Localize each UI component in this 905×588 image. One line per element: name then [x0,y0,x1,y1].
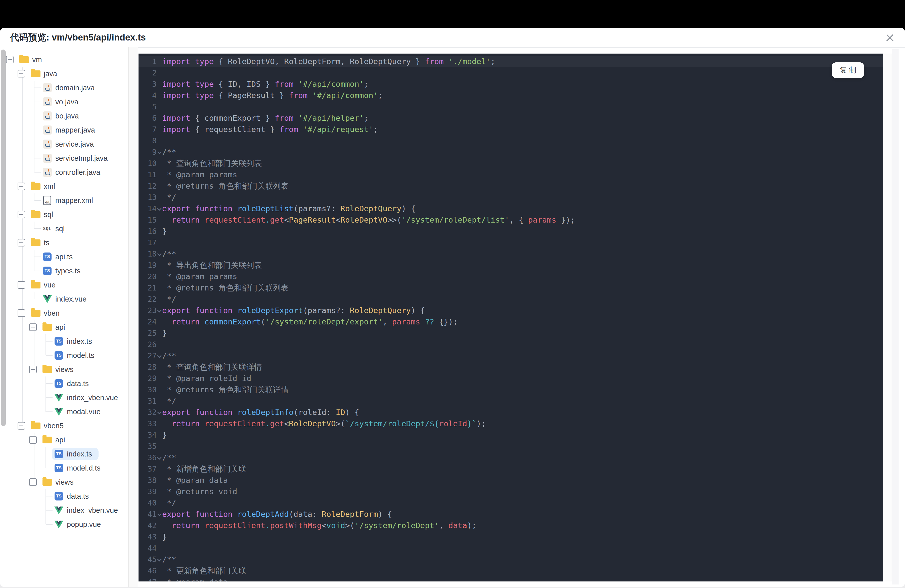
fold-gutter [157,577,162,582]
tree-item-serviceImpl.java[interactable]: serviceImpl.java [0,151,128,165]
collapse-icon[interactable] [17,422,25,429]
tree-item-label: vben [44,309,60,317]
tree-item-model.d.ts[interactable]: TSmodel.d.ts [0,461,128,475]
fold-chevron-icon[interactable] [157,203,162,214]
tree-item-api.ts[interactable]: TSapi.ts [0,250,128,264]
tree-connector [46,383,52,384]
tree-item-model.ts[interactable]: TSmodel.ts [0,348,128,362]
modal-scrollbar[interactable] [892,49,899,585]
code-line: 12 * @returns 角色和部门关联列表 [138,180,883,192]
collapse-icon[interactable] [17,239,25,246]
tree-item-ts[interactable]: ts [0,236,128,250]
tree-item-index_vben.vue[interactable]: index_vben.vue [0,503,128,517]
tree-item-vo.java[interactable]: vo.java [0,95,128,109]
tree-item-vben5[interactable]: vben5 [0,419,128,433]
code-line: 29 * @param roleId id [138,373,883,384]
tree-item-xml[interactable]: xml [0,179,128,194]
tree-item-label: model.ts [67,351,95,360]
collapse-icon[interactable] [29,436,37,443]
tree-item-label: sql [44,210,53,219]
tree-scrollbar[interactable] [129,47,138,587]
tree-item-views[interactable]: views [0,362,128,377]
fold-gutter [157,384,162,395]
code-scrollbar[interactable] [884,54,891,582]
code-text: */ [162,395,176,407]
tree-item-api[interactable]: api [0,433,128,447]
collapse-icon[interactable] [29,478,37,486]
line-number: 29 [138,373,157,384]
collapse-icon[interactable] [17,281,25,289]
tree-item-modal.vue[interactable]: modal.vue [0,405,128,419]
code-text: } [162,531,167,542]
line-number: 3 [138,78,157,90]
collapse-icon[interactable] [29,366,37,373]
copy-button[interactable]: 复 制 [832,62,864,78]
fold-chevron-icon[interactable] [157,146,162,158]
java-file-icon [42,168,52,177]
collapse-icon[interactable] [17,309,25,317]
tree-item-api[interactable]: api [0,320,128,334]
fold-gutter [157,520,162,531]
line-number: 31 [138,395,157,407]
fold-chevron-icon[interactable] [157,509,162,520]
folder-icon [31,310,41,317]
collapse-icon[interactable] [17,211,25,218]
tree-item-index.vue[interactable]: index.vue [0,292,128,306]
code-text: return commonExport('/system/roleDept/ex… [162,316,458,327]
code-line: 31 */ [138,395,883,407]
tree-item-vue[interactable]: vue [0,278,128,292]
tree-item-index.ts[interactable]: TSindex.ts [0,334,128,348]
code-text: /** [162,350,176,361]
tree-item-data.ts[interactable]: TSdata.ts [0,377,128,391]
line-number: 25 [138,327,157,339]
code-text: return requestClient.get<PageResult<Role… [162,214,575,226]
tree-item-index.ts[interactable]: TSindex.ts [0,447,128,461]
tree-item-service.java[interactable]: service.java [0,137,128,151]
fold-chevron-icon[interactable] [157,407,162,418]
ts-file-icon: TS [54,464,64,472]
fold-chevron-icon[interactable] [157,452,162,463]
tree-item-index_vben.vue[interactable]: index_vben.vue [0,391,128,405]
fold-gutter [157,475,162,486]
tree-item-mapper.java[interactable]: mapper.java [0,123,128,137]
code-line: 4import type { PageResult } from '#/api/… [138,90,883,101]
tree-item-java[interactable]: java [0,67,128,81]
tree-connector [46,510,52,510]
tree-item-views[interactable]: views [0,475,128,489]
fold-chevron-icon[interactable] [157,248,162,259]
tree-item-label: mapper.java [55,126,95,134]
collapse-icon[interactable] [29,323,37,331]
tree-item-mapper.xml[interactable]: XMLmapper.xml [0,194,128,208]
collapse-icon[interactable] [6,56,14,64]
fold-chevron-icon[interactable] [157,554,162,565]
tree-item-popup.vue[interactable]: popup.vue [0,517,128,531]
code-line: 40 */ [138,497,883,509]
tree-connector [35,158,41,159]
tree-item-controller.java[interactable]: controller.java [0,165,128,179]
line-number: 5 [138,101,157,113]
close-icon[interactable]: × [880,28,900,47]
tree-item-sql[interactable]: SQLsql [0,222,128,236]
tree-item-label: index.ts [67,450,92,458]
tree-item-vm[interactable]: vm [0,52,128,67]
tree-item-sql[interactable]: sql [0,208,128,222]
line-number: 32 [138,407,157,418]
code-line: 10 * 查询角色和部门关联列表 [138,158,883,169]
tree-item-label: modal.vue [67,408,100,416]
tree-item-types.ts[interactable]: TStypes.ts [0,264,128,278]
collapse-icon[interactable] [17,183,25,190]
tree-item-domain.java[interactable]: domain.java [0,81,128,95]
ts-file-icon: TS [54,351,64,360]
collapse-icon[interactable] [17,70,25,78]
tree-item-label: service.java [55,140,94,148]
tree-connector [35,102,41,102]
code-line: 28 * 查询角色和部门关联详情 [138,361,883,373]
tree-item-vben[interactable]: vben [0,306,128,320]
tree-item-data.ts[interactable]: TSdata.ts [0,489,128,503]
java-file-icon [42,154,52,163]
fold-chevron-icon[interactable] [157,305,162,316]
code-text: /** [162,248,176,259]
tree-item-bo.java[interactable]: bo.java [0,109,128,123]
code-scrollbar-thumb[interactable] [1,49,6,426]
fold-chevron-icon[interactable] [157,350,162,361]
